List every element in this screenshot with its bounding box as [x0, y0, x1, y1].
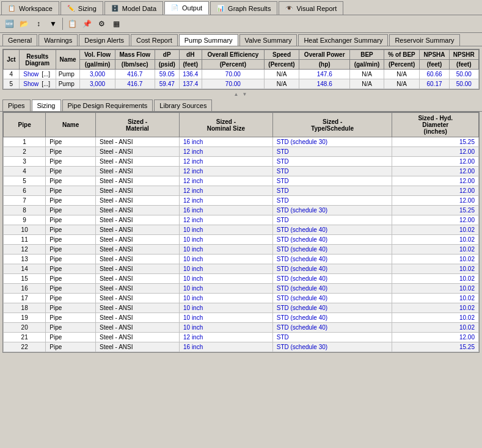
pipe-type-7: STD (schedule 30) [272, 206, 392, 215]
pipe-material-16: Steel - ANSI [96, 294, 180, 303]
graph-icon [217, 4, 225, 13]
col-dp-unit: (psid) [155, 60, 179, 70]
pipe-type-15: STD (schedule 40) [272, 284, 392, 294]
inner-tab-library[interactable]: Library Sources [154, 99, 212, 111]
col-power-unit: (hp) [299, 60, 350, 70]
pipe-col-name: Name [46, 113, 96, 137]
tab-graph-results[interactable]: Graph Results [210, 1, 277, 15]
tab-model-data[interactable]: Model Data [104, 1, 163, 15]
pipe-size-0: 16 inch [179, 137, 272, 147]
toolbar-btn-7[interactable]: ⚙ [95, 17, 108, 31]
pipe-table-row: 12 Pipe Steel - ANSI 10 inch STD (schedu… [4, 245, 479, 255]
pipe-material-10: Steel - ANSI [96, 235, 180, 245]
pipe-type-8: STD [272, 215, 392, 225]
pump-eff-0: 70.00 [202, 70, 264, 79]
pipe-name-3: Pipe [46, 167, 96, 176]
output-icon [171, 4, 180, 12]
toolbar-btn-5[interactable]: 📋 [65, 17, 79, 31]
pipe-dia-2: 12.00 [392, 157, 479, 167]
pipe-material-13: Steel - ANSI [96, 264, 180, 274]
pipe-table-row: 3 Pipe Steel - ANSI 12 inch STD 12.00 [4, 157, 479, 167]
pump-results-1: Show [...] [19, 79, 56, 89]
pump-show-link-0[interactable]: Show [23, 71, 38, 78]
col-jct: Jct [4, 50, 20, 70]
pipe-size-2: 12 inch [179, 157, 272, 167]
pipe-size-3: 12 inch [179, 167, 272, 176]
inner-tab-pipes-label: Pipes [8, 102, 25, 109]
pipe-size-13: 10 inch [179, 264, 272, 274]
tab-output[interactable]: Output [164, 1, 209, 15]
pipe-col-pipe: Pipe [4, 113, 46, 137]
pipe-num-3: 4 [4, 167, 46, 176]
pipe-num-9: 10 [4, 225, 46, 235]
pump-table: Jct ResultsDiagram Name Vol. Flow Mass F… [3, 49, 479, 89]
pipe-num-20: 21 [4, 333, 46, 342]
inner-tab-pipes[interactable]: Pipes [2, 99, 31, 111]
resize-handle[interactable]: ▲ ▼ [0, 92, 482, 96]
col-pct-bep-unit: (Percent) [384, 60, 420, 70]
pipe-type-19: STD (schedule 40) [272, 323, 392, 333]
pipe-name-13: Pipe [46, 264, 96, 274]
pump-dh-0: 136.4 [179, 70, 202, 79]
pipe-num-11: 12 [4, 245, 46, 255]
toolbar-btn-4[interactable]: ▼ [46, 17, 60, 31]
pump-icon-1[interactable]: [...] [42, 81, 50, 87]
pipe-num-8: 9 [4, 215, 46, 225]
inner-tab-pipe-design[interactable]: Pipe Design Requirements [62, 99, 153, 111]
inner-tab-sizing[interactable]: Sizing [32, 99, 61, 111]
pipe-table-row: 14 Pipe Steel - ANSI 10 inch STD (schedu… [4, 264, 479, 274]
pipe-dia-6: 12.00 [392, 196, 479, 206]
pipe-material-2: Steel - ANSI [96, 157, 180, 167]
pump-vf-0: 3,000 [80, 70, 115, 79]
pump-dh-1: 137.4 [179, 79, 202, 89]
pipe-dia-15: 10.02 [392, 284, 479, 294]
pipe-num-16: 17 [4, 294, 46, 303]
tab-visual-report[interactable]: Visual Report [279, 1, 343, 15]
pipe-size-20: 12 inch [179, 333, 272, 342]
sec-tab-heat-exchanger[interactable]: Heat Exchanger Summary [298, 34, 388, 46]
pump-table-row: 5 Show [...] Pump 3,000 416.7 59.47 137.… [4, 79, 479, 89]
toolbar-btn-2[interactable]: 📂 [17, 17, 31, 31]
pump-mf-1: 416.7 [115, 79, 155, 89]
pipe-num-6: 7 [4, 196, 46, 206]
tab-workspace[interactable]: Workspace [1, 1, 59, 15]
toolbar-btn-3[interactable]: ↕ [32, 17, 45, 31]
pump-show-link-1[interactable]: Show [23, 81, 38, 87]
pipe-name-14: Pipe [46, 274, 96, 284]
top-tab-bar: Workspace Sizing Model Data Output Graph… [0, 0, 482, 15]
pipe-name-11: Pipe [46, 245, 96, 255]
sec-tab-general[interactable]: General [2, 34, 37, 46]
pipe-name-0: Pipe [46, 137, 96, 147]
pipe-name-2: Pipe [46, 157, 96, 167]
pump-summary-section: Jct ResultsDiagram Name Vol. Flow Mass F… [2, 49, 480, 90]
pipe-num-19: 20 [4, 323, 46, 333]
pipe-dia-14: 10.02 [392, 274, 479, 284]
inner-tab-bar: Pipes Sizing Pipe Design Requirements Li… [0, 98, 482, 112]
pipe-material-0: Steel - ANSI [96, 137, 180, 147]
sec-tab-warnings[interactable]: Warnings [38, 34, 78, 46]
pipe-table-row: 22 Pipe Steel - ANSI 16 inch STD (schedu… [4, 342, 479, 352]
tab-visual-label: Visual Report [296, 5, 337, 12]
col-mass-flow: Mass Flow [115, 50, 155, 60]
pipe-num-0: 1 [4, 137, 46, 147]
pipe-dia-21: 15.25 [392, 342, 479, 352]
col-efficiency-unit: (Percent) [202, 60, 264, 70]
pipe-table-row: 17 Pipe Steel - ANSI 10 inch STD (schedu… [4, 294, 479, 303]
pump-icon-0[interactable]: [...] [42, 71, 50, 78]
sec-tab-cost-report[interactable]: Cost Report [131, 34, 178, 46]
pipe-type-21: STD (schedule 30) [272, 342, 392, 352]
sec-tab-valve-summary[interactable]: Valve Summary [239, 34, 298, 46]
toolbar-btn-1[interactable]: 🆕 [2, 17, 16, 31]
pipe-table-row: 2 Pipe Steel - ANSI 12 inch STD 12.00 [4, 147, 479, 157]
toolbar-btn-8[interactable]: ▦ [109, 17, 123, 31]
toolbar-btn-6[interactable]: 📌 [80, 17, 93, 31]
tab-sizing[interactable]: Sizing [60, 1, 103, 15]
col-npsha-unit: (feet) [420, 60, 449, 70]
pipe-name-18: Pipe [46, 313, 96, 323]
pipe-num-14: 15 [4, 274, 46, 284]
sec-tab-reservoir[interactable]: Reservoir Summary [389, 34, 459, 46]
sec-tab-pump-summary[interactable]: Pump Summary [179, 34, 238, 46]
sec-tab-design-alerts[interactable]: Design Alerts [79, 34, 130, 46]
pipe-name-6: Pipe [46, 196, 96, 206]
sec-tab-reservoir-label: Reservoir Summary [395, 37, 454, 44]
